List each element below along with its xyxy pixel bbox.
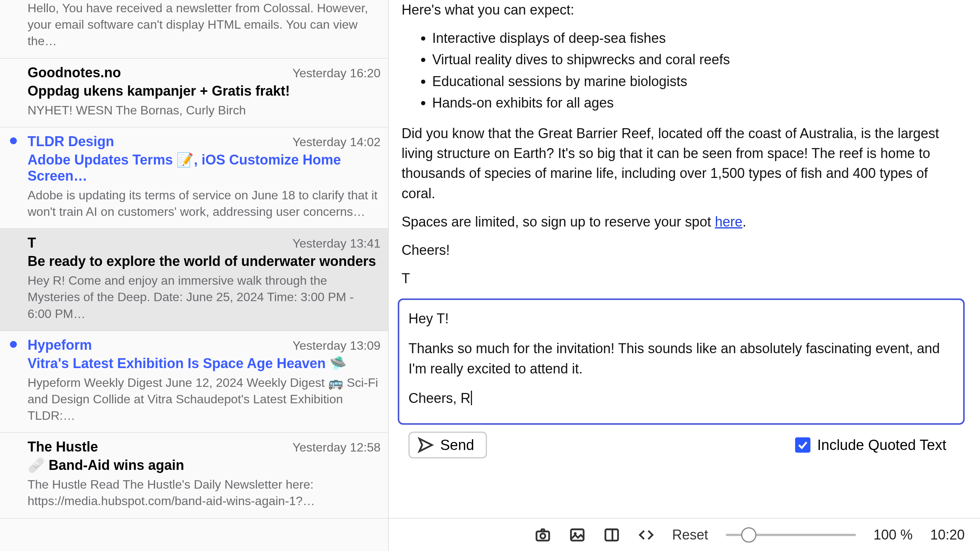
cta-pre: Spaces are limited, so sign up to reserv… [402,214,715,230]
send-label: Send [440,437,474,453]
body-fact: Did you know that the Great Barrier Reef… [402,124,960,204]
email-subject: Oppdag ukens kampanjer + Gratis frakt! [28,83,381,99]
body-signature: T [402,269,960,289]
email-time: Yesterday 13:09 [292,339,381,353]
send-button[interactable]: Send [408,432,487,458]
slider-knob-icon[interactable] [741,527,756,543]
bullet-item: Hands-on exhibits for all ages [432,93,960,113]
email-sender: TLDR Design [28,134,114,150]
email-subject: Be ready to explore the world of underwa… [28,253,381,269]
email-sender: Hypeform [28,337,92,353]
code-icon[interactable] [638,527,655,543]
email-time: Yesterday 12:58 [292,440,381,455]
include-quoted-text-checkbox[interactable]: Include Quoted Text [795,437,946,453]
image-icon[interactable] [569,527,586,543]
email-list-item[interactable]: Hello, You have received a newsletter fr… [0,0,388,59]
unread-dot-icon [10,137,17,144]
zoom-percent-label: 100 % [874,527,913,543]
email-list-item[interactable]: Goodnotes.no Yesterday 16:20 Oppdag uken… [0,59,388,127]
send-icon [417,437,434,453]
text-cursor-icon [471,391,472,405]
email-sender: Goodnotes.no [28,65,121,81]
svg-point-1 [540,533,545,538]
camera-icon[interactable] [534,527,551,543]
checkbox-checked-icon [795,437,810,453]
email-preview: NYHET! WESN The Bornas, Curly Birch [28,102,381,119]
bullet-item: Virtual reality dives to shipwrecks and … [432,50,960,70]
email-preview: Adobe is updating its terms of service o… [28,187,381,220]
body-bullet-list: Interactive displays of deep-sea fishes … [432,28,960,113]
unread-dot-icon [10,341,17,348]
signup-link[interactable]: here [715,214,742,230]
email-preview: The Hustle Read The Hustle's Daily Newsl… [28,476,381,509]
include-quoted-text-label: Include Quoted Text [817,437,946,453]
bullet-item: Interactive displays of deep-sea fishes [432,28,960,48]
bottom-toolbar: Reset 100 % 10:20 [389,518,980,551]
email-subject: Vitra's Latest Exhibition Is Space Age H… [28,355,381,372]
email-content-pane: Here's what you can expect: Interactive … [389,0,980,551]
email-list-item[interactable]: The Hustle Yesterday 12:58 🩹 Band-Aid wi… [0,433,388,518]
split-view-icon[interactable] [603,527,620,543]
email-subject: Adobe Updates Terms 📝, iOS Customize Hom… [28,152,381,184]
cta-post: . [742,214,746,230]
email-time: Yesterday 14:02 [292,135,381,149]
email-time: Yesterday 13:41 [292,236,381,251]
email-list-item[interactable]: TLDR Design Yesterday 14:02 Adobe Update… [0,127,388,229]
compose-body: Thanks so much for the invitation! This … [408,338,954,379]
email-preview: Hello, You have received a newsletter fr… [28,0,381,50]
email-subject: 🩹 Band-Aid wins again [28,457,381,473]
email-body: Here's what you can expect: Interactive … [389,0,980,297]
reply-compose-textarea[interactable]: Hey T! Thanks so much for the invitation… [398,298,965,425]
email-list-sidebar: Hello, You have received a newsletter fr… [0,0,389,551]
body-cta: Spaces are limited, so sign up to reserv… [402,212,960,232]
email-preview: Hey R! Come and enjoy an immersive walk … [28,272,381,322]
clock-label: 10:20 [930,527,965,543]
body-cheers: Cheers! [402,240,960,260]
email-sender: T [28,235,36,251]
email-preview: Hypeform Weekly Digest June 12, 2024 Wee… [28,375,381,424]
compose-closing: Cheers, R [408,388,954,408]
bullet-item: Educational sessions by marine biologist… [432,72,960,91]
compose-greeting: Hey T! [408,308,954,329]
email-list-item[interactable]: Hypeform Yesterday 13:09 Vitra's Latest … [0,331,388,433]
zoom-slider[interactable] [726,534,856,536]
reset-button[interactable]: Reset [672,527,708,543]
email-sender: The Hustle [28,439,98,455]
email-list-item-selected[interactable]: T Yesterday 13:41 Be ready to explore th… [0,229,388,331]
body-intro: Here's what you can expect: [402,0,960,20]
email-time: Yesterday 16:20 [292,66,381,80]
